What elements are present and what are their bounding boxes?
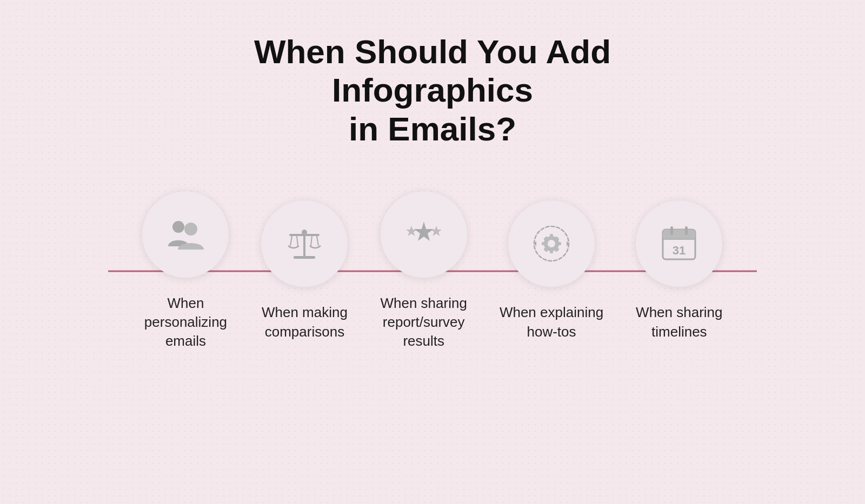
page-title: When Should You Add Infographics in Emai… (189, 32, 676, 148)
label-explaining-howtos: When explaininghow-tos (500, 303, 603, 341)
stars-icon (402, 213, 445, 256)
svg-marker-10 (406, 226, 417, 236)
item-making-comparisons: When makingcomparisons (261, 200, 348, 341)
label-report-survey: When sharingreport/surveyresults (380, 294, 467, 351)
svg-rect-17 (550, 249, 553, 253)
svg-text:31: 31 (673, 244, 686, 257)
gear-icon (530, 222, 573, 265)
svg-rect-18 (542, 242, 546, 245)
item-sharing-timelines: 31 When sharingtimelines (636, 200, 722, 341)
item-report-survey: When sharingreport/surveyresults (380, 191, 467, 351)
calendar-icon: 31 (657, 222, 701, 265)
svg-rect-2 (303, 233, 305, 257)
svg-rect-27 (663, 230, 695, 239)
label-making-comparisons: When makingcomparisons (262, 303, 348, 341)
svg-point-15 (548, 240, 555, 247)
svg-point-9 (302, 230, 307, 235)
people-icon (164, 213, 207, 256)
svg-line-7 (311, 236, 312, 246)
svg-line-8 (317, 236, 318, 246)
svg-marker-11 (414, 221, 434, 241)
circle-timelines: 31 (636, 200, 722, 287)
svg-point-0 (172, 221, 184, 233)
svg-rect-3 (294, 256, 315, 259)
svg-rect-28 (670, 226, 673, 235)
svg-rect-29 (685, 226, 688, 235)
svg-rect-16 (550, 234, 553, 238)
svg-point-1 (184, 223, 197, 236)
circle-comparisons (261, 200, 348, 287)
icons-section: Whenpersonalizingemails (0, 191, 865, 351)
label-personalizing-emails: Whenpersonalizingemails (144, 294, 227, 351)
circle-howtos (508, 200, 595, 287)
svg-line-5 (290, 236, 292, 246)
circle-personalizing (142, 191, 229, 278)
scale-icon (283, 222, 326, 265)
items-container: Whenpersonalizingemails (0, 191, 865, 351)
svg-marker-12 (431, 226, 442, 236)
item-explaining-howtos: When explaininghow-tos (500, 200, 603, 341)
item-personalizing-emails: Whenpersonalizingemails (142, 191, 229, 351)
title-section: When Should You Add Infographics in Emai… (189, 32, 676, 148)
circle-report (381, 191, 467, 278)
svg-rect-19 (557, 242, 561, 245)
svg-line-6 (297, 236, 298, 246)
label-sharing-timelines: When sharingtimelines (636, 303, 722, 341)
